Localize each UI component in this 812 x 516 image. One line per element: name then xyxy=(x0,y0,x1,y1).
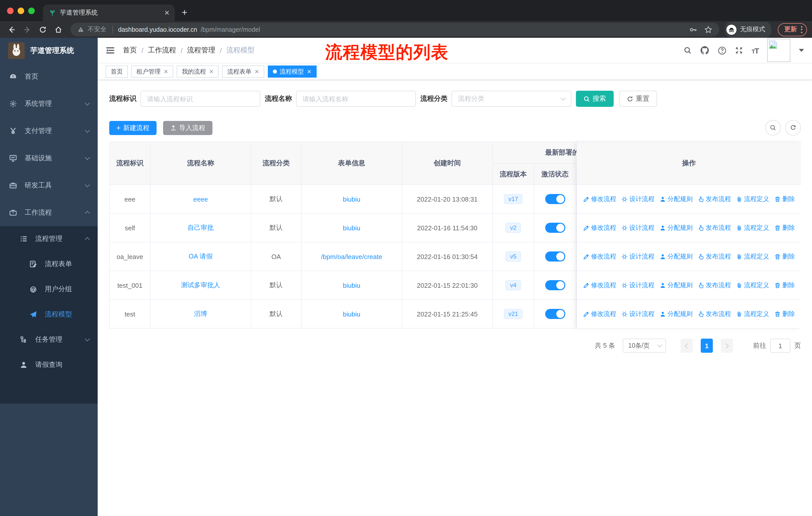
action-publish-process[interactable]: 发布流程 xyxy=(698,195,731,203)
home-button[interactable] xyxy=(52,23,65,36)
tag-home[interactable]: 首页 xyxy=(106,65,128,78)
action-edit-process[interactable]: 修改流程 xyxy=(583,281,616,290)
sidebar-logo-row[interactable]: 芋道管理系统 xyxy=(0,38,98,63)
action-assign-rule[interactable]: 分配规则 xyxy=(660,195,693,203)
close-icon[interactable]: ✕ xyxy=(209,68,213,75)
action-design-process[interactable]: 设计流程 xyxy=(621,252,655,261)
sidebar-item-user-group[interactable]: 用户分组 xyxy=(0,277,98,302)
sidebar-item-process-model[interactable]: 流程模型 xyxy=(0,302,98,327)
sidebar-item-process-mgmt[interactable]: 流程管理 xyxy=(0,226,98,251)
process-name-link[interactable]: OA 请假 xyxy=(188,252,212,261)
close-window-button[interactable] xyxy=(7,7,13,14)
action-design-process[interactable]: 设计流程 xyxy=(621,195,655,203)
action-design-process[interactable]: 设计流程 xyxy=(621,281,655,290)
create-process-button[interactable]: + 新建流程 xyxy=(109,121,156,135)
active-toggle[interactable] xyxy=(545,251,565,262)
tag-my-process[interactable]: 我的流程✕ xyxy=(177,65,219,78)
browser-tab[interactable]: 芋道管理系统 ✕ xyxy=(43,4,175,21)
action-publish-process[interactable]: 发布流程 xyxy=(698,310,731,318)
avatar[interactable] xyxy=(767,39,790,62)
minimize-window-button[interactable] xyxy=(18,7,24,14)
action-delete[interactable]: 删除 xyxy=(774,195,795,203)
action-edit-process[interactable]: 修改流程 xyxy=(583,223,616,232)
import-process-button[interactable]: 导入流程 xyxy=(163,121,212,135)
forward-button[interactable] xyxy=(21,23,34,36)
action-assign-rule[interactable]: 分配规则 xyxy=(660,223,693,232)
close-icon[interactable]: ✕ xyxy=(255,68,259,75)
filter-key-input[interactable] xyxy=(141,91,260,107)
close-icon[interactable]: ✕ xyxy=(307,68,311,75)
active-toggle[interactable] xyxy=(545,309,565,319)
action-assign-rule[interactable]: 分配规则 xyxy=(660,281,693,290)
font-size-icon[interactable]: TT xyxy=(752,46,759,55)
action-delete[interactable]: 删除 xyxy=(774,252,795,261)
filter-name-input[interactable] xyxy=(296,91,416,107)
sidebar-item-devtools[interactable]: 研发工具 xyxy=(0,172,98,199)
next-page-button[interactable] xyxy=(721,338,733,353)
tag-process-form[interactable]: 流程表单✕ xyxy=(222,65,264,78)
tag-process-model[interactable]: 流程模型✕ xyxy=(267,65,316,78)
sidebar-item-task-mgmt[interactable]: 任务管理 xyxy=(0,327,98,352)
security-label[interactable]: 不安全 xyxy=(88,25,107,34)
action-publish-process[interactable]: 发布流程 xyxy=(698,223,731,232)
bookmark-star-icon[interactable] xyxy=(704,25,712,33)
sidebar-item-infra[interactable]: 基础设施 xyxy=(0,145,98,172)
action-edit-process[interactable]: 修改流程 xyxy=(583,310,616,318)
reset-button[interactable]: 重置 xyxy=(619,91,657,107)
breadcrumb-workflow[interactable]: 工作流程 xyxy=(148,46,176,55)
tab-close-icon[interactable]: ✕ xyxy=(164,9,170,17)
action-publish-process[interactable]: 发布流程 xyxy=(698,281,731,290)
filter-category-select[interactable]: 流程分类 xyxy=(452,91,571,107)
process-name-link[interactable]: eeee xyxy=(193,195,208,203)
action-process-definition[interactable]: 流程定义 xyxy=(736,310,769,318)
reload-button[interactable] xyxy=(36,23,49,36)
search-icon[interactable] xyxy=(684,46,692,54)
action-assign-rule[interactable]: 分配规则 xyxy=(660,310,693,318)
password-key-icon[interactable] xyxy=(689,25,697,33)
form-link[interactable]: biubiu xyxy=(343,224,360,232)
breadcrumb-process-mgmt[interactable]: 流程管理 xyxy=(187,46,215,55)
action-publish-process[interactable]: 发布流程 xyxy=(698,252,731,261)
active-toggle[interactable] xyxy=(545,194,565,204)
collapse-sidebar-icon[interactable] xyxy=(106,46,115,55)
sidebar-item-payment[interactable]: 支付管理 xyxy=(0,117,98,145)
form-link[interactable]: biubiu xyxy=(343,310,360,318)
action-delete[interactable]: 删除 xyxy=(774,223,795,232)
sidebar-item-workflow[interactable]: 工作流程 xyxy=(0,199,98,226)
new-tab-button[interactable]: + xyxy=(182,7,187,18)
action-delete[interactable]: 删除 xyxy=(774,281,795,290)
sidebar-item-leave-query[interactable]: 请假查询 xyxy=(0,352,98,377)
github-icon[interactable] xyxy=(700,46,709,55)
breadcrumb-home[interactable]: 首页 xyxy=(123,46,137,55)
process-name-link[interactable]: 测试多审批人 xyxy=(181,281,220,290)
fullscreen-icon[interactable] xyxy=(735,46,743,54)
address-bar[interactable]: 不安全 dashboard.yudao.iocoder.cn/bpm/manag… xyxy=(70,23,719,36)
form-link[interactable]: /bpm/oa/leave/create xyxy=(321,253,382,260)
avatar-caret-icon[interactable] xyxy=(799,49,804,52)
action-process-definition[interactable]: 流程定义 xyxy=(736,223,769,232)
action-process-definition[interactable]: 流程定义 xyxy=(736,252,769,261)
toggle-search-button[interactable] xyxy=(765,120,781,136)
help-icon[interactable] xyxy=(718,46,726,55)
action-design-process[interactable]: 设计流程 xyxy=(621,310,655,318)
zoom-window-button[interactable] xyxy=(28,7,35,14)
sidebar-item-process-form[interactable]: 流程表单 xyxy=(0,251,98,277)
action-assign-rule[interactable]: 分配规则 xyxy=(660,252,693,261)
goto-page-input[interactable] xyxy=(770,338,790,353)
action-process-definition[interactable]: 流程定义 xyxy=(736,281,769,290)
browser-update-button[interactable]: 更新 xyxy=(778,23,807,36)
action-process-definition[interactable]: 流程定义 xyxy=(736,195,769,203)
prev-page-button[interactable] xyxy=(680,338,693,353)
sidebar-item-home[interactable]: 首页 xyxy=(0,63,98,90)
search-button[interactable]: 搜索 xyxy=(576,91,614,107)
action-edit-process[interactable]: 修改流程 xyxy=(583,252,616,261)
form-link[interactable]: biubiu xyxy=(343,195,360,203)
action-delete[interactable]: 删除 xyxy=(774,310,795,318)
sidebar-item-system[interactable]: 系统管理 xyxy=(0,90,98,117)
form-link[interactable]: biubiu xyxy=(343,281,360,289)
page-size-select[interactable]: 10条/页 xyxy=(623,338,666,353)
browser-menu-icon[interactable] xyxy=(801,26,803,33)
back-button[interactable] xyxy=(5,23,18,36)
process-name-link[interactable]: 滔博 xyxy=(194,309,207,319)
action-edit-process[interactable]: 修改流程 xyxy=(583,195,616,203)
